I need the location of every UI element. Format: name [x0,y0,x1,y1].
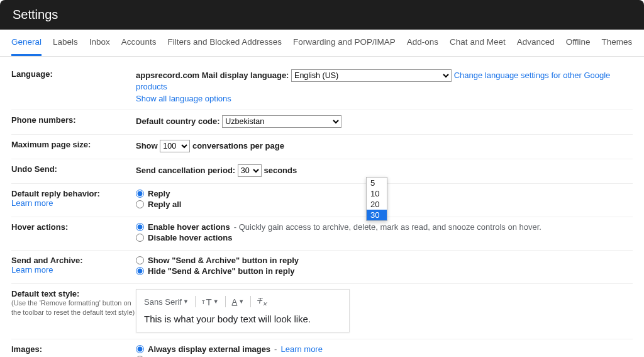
hover-disable-radio[interactable] [136,234,144,242]
tab-labels[interactable]: Labels [53,30,78,56]
pagesize-select[interactable]: 100 [160,140,190,152]
phone-label: Phone numbers: [11,115,76,125]
images-opt1-learn[interactable]: Learn more [280,344,322,354]
display-language-select[interactable]: English (US) [291,69,452,82]
row-reply: Default reply behavior: Learn more Reply… [11,184,633,217]
tab-offline[interactable]: Offline [566,30,591,56]
hover-opt2: Disable hover actions [148,233,232,242]
toolbar-separator [195,296,196,307]
row-hover: Hover actions: Enable hover actions - Qu… [11,217,633,251]
font-family-button[interactable]: Sans Serif ▼ [144,297,189,307]
remove-formatting-button[interactable]: T✕ [257,296,267,307]
tab-bar: General Labels Inbox Accounts Filters an… [0,30,644,57]
row-archive: Send and Archive: Learn more Show "Send … [11,251,633,284]
textstyle-toolbar: Sans Serif ▼ тT ▼ A ▼ T✕ [144,296,341,307]
undo-period-select[interactable]: 30 [238,164,262,177]
tab-general[interactable]: General [11,30,42,56]
reply-opt1: Reply [148,189,170,198]
pagesize-show: Show [136,141,158,150]
hover-label: Hover actions: [11,222,68,232]
row-textstyle: Default text style: (Use the 'Remove for… [11,284,633,339]
undo-suffix: seconds [264,166,297,175]
reply-learn-link[interactable]: Learn more [11,198,53,208]
font-size-button[interactable]: тT ▼ [202,297,219,307]
textstyle-sub: (Use the 'Remove formatting' button on t… [11,298,136,318]
row-images: Images: Always display external images -… [11,339,633,357]
show-all-languages-link[interactable]: Show all language options [136,94,231,103]
text-color-button[interactable]: A ▼ [232,297,245,307]
remove-formatting-icon: T✕ [257,296,267,307]
chevron-down-icon: ▼ [183,298,189,305]
undo-label: Undo Send: [11,164,57,174]
settings-title: Settings [13,8,58,21]
reply-label: Default reply behavior: [11,189,136,198]
textstyle-sample: This is what your body text will look li… [144,314,341,324]
tab-forwarding[interactable]: Forwarding and POP/IMAP [293,30,396,56]
images-opt1: Always display external images [148,344,270,354]
archive-learn-link[interactable]: Learn more [11,265,53,275]
chevron-down-icon: ▼ [238,298,244,305]
archive-opt1: Show "Send & Archive" button in reply [148,256,299,265]
tab-themes[interactable]: Themes [602,30,633,56]
tab-advanced[interactable]: Advanced [517,30,555,56]
country-code-select[interactable]: Uzbekistan [222,115,341,128]
font-family-value: Sans Serif [144,297,182,307]
text-color-icon: A [232,297,238,307]
reply-all-radio[interactable] [136,200,144,208]
textstyle-label: Default text style: [11,289,136,298]
hover-opt1: Enable hover actions [148,222,230,232]
hover-enable-radio[interactable] [136,223,144,231]
settings-header: Settings [0,0,644,30]
display-language-label: appsrecord.com Mail display language: [136,71,289,80]
chevron-down-icon: ▼ [213,298,219,305]
undo-option-30[interactable]: 30 [367,210,387,220]
pagesize-label: Maximum page size: [11,140,91,149]
toolbar-separator [250,296,251,307]
pagesize-suffix: conversations per page [192,141,284,150]
country-code-label: Default country code: [136,116,220,126]
reply-opt2: Reply all [148,200,181,209]
row-language: Language: appsrecord.com Mail display la… [11,64,633,110]
tab-chat[interactable]: Chat and Meet [450,30,506,56]
images-always-radio[interactable] [136,345,144,353]
images-label: Images: [11,344,42,354]
font-size-icon: т [202,298,205,305]
tab-filters[interactable]: Filters and Blocked Addresses [167,30,282,56]
archive-label: Send and Archive: [11,256,136,265]
tab-accounts[interactable]: Accounts [121,30,157,56]
archive-hide-radio[interactable] [136,267,144,275]
archive-opt2: Hide "Send & Archive" button in reply [148,266,295,276]
undo-dropdown-options[interactable]: 5 10 20 30 [366,177,387,221]
row-undo: Undo Send: Send cancellation period: 30 … [11,159,633,184]
undo-option-5[interactable]: 5 [367,178,387,188]
row-phone: Phone numbers: Default country code: Uzb… [11,110,633,135]
tab-addons[interactable]: Add-ons [407,30,438,56]
toolbar-separator [225,296,226,307]
undo-option-20[interactable]: 20 [367,199,387,210]
archive-show-radio[interactable] [136,256,144,264]
row-pagesize: Maximum page size: Show 100 conversation… [11,135,633,159]
hover-opt1-desc: - Quickly gain access to archive, delete… [234,222,541,232]
undo-period-label: Send cancellation period: [136,166,235,175]
font-size-icon-large: T [206,297,212,307]
reply-radio[interactable] [136,190,144,198]
settings-content: Language: appsrecord.com Mail display la… [0,57,644,357]
language-label: Language: [11,69,53,79]
textstyle-toolbar-wrap: Sans Serif ▼ тT ▼ A ▼ T✕ [136,289,350,332]
undo-option-10[interactable]: 10 [367,188,387,199]
tab-inbox[interactable]: Inbox [89,30,110,56]
